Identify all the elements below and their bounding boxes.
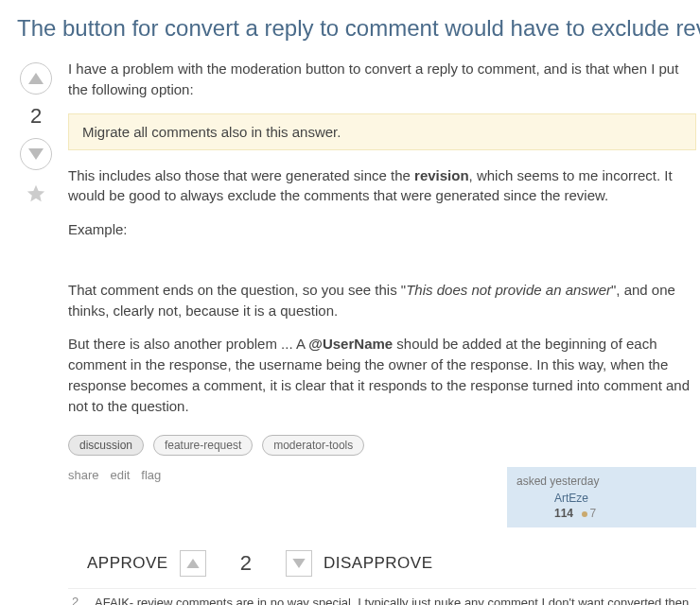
bronze-count: 7 xyxy=(589,507,596,520)
bold-text: revision xyxy=(414,167,469,183)
post-body: I have a problem with the moderation but… xyxy=(57,59,700,605)
triangle-up-icon xyxy=(186,559,200,568)
tag-moderator-tools[interactable]: moderator-tools xyxy=(262,435,364,456)
blockquote: Migrate all comments also in this answer… xyxy=(68,113,696,150)
tag-list: discussion feature-request moderator-too… xyxy=(68,435,696,456)
triangle-down-icon xyxy=(292,559,306,568)
paragraph: But there is also another problem ... A … xyxy=(68,334,696,416)
text: This includes also those that were gener… xyxy=(68,167,414,183)
disapprove-label: DISAPPROVE xyxy=(324,554,433,573)
tag-discussion[interactable]: discussion xyxy=(68,435,144,456)
asked-label: asked yesterday xyxy=(516,475,687,488)
suggested-edit-vote: APPROVE 2 DISAPPROVE xyxy=(68,550,696,577)
comment-body: AFAIK- review comments are in no way spe… xyxy=(95,595,696,605)
flag-link[interactable]: flag xyxy=(141,468,161,482)
upvote-button[interactable] xyxy=(20,62,52,95)
share-link[interactable]: share xyxy=(68,468,99,482)
vote-column: 2 xyxy=(15,59,57,605)
italic-text: This does not provide an answer xyxy=(406,282,611,298)
bronze-badge-icon xyxy=(582,511,587,517)
user-reputation: 114 7 xyxy=(554,507,687,520)
bold-text: @UserName xyxy=(308,336,393,352)
text: asked xyxy=(516,475,550,488)
text: But there is also another problem ... A xyxy=(68,336,308,352)
triangle-down-icon xyxy=(28,148,44,160)
comment-text: AFAIK- review comments are in no way spe… xyxy=(95,596,689,605)
comment-score: 2 xyxy=(68,595,95,605)
asked-time[interactable]: yesterday xyxy=(550,475,599,488)
tag-feature-request[interactable]: feature-request xyxy=(153,435,253,456)
user-card: asked yesterday ArtEze 114 7 xyxy=(507,467,696,527)
paragraph: This includes also those that were gener… xyxy=(68,165,696,207)
post-actions: share edit flag xyxy=(68,467,168,482)
text: That comment ends on the question, so yo… xyxy=(68,282,406,298)
comment: 2 AFAIK- review comments are in no way s… xyxy=(68,588,696,605)
paragraph: That comment ends on the question, so yo… xyxy=(68,280,696,321)
disapprove-button[interactable] xyxy=(286,550,312,577)
star-icon xyxy=(26,183,46,204)
favorite-button[interactable] xyxy=(26,183,46,207)
paragraph: Example: xyxy=(68,219,696,240)
vote-score: 2 xyxy=(30,104,42,129)
question-title[interactable]: The button for convert a reply to commen… xyxy=(0,0,700,59)
edit-link[interactable]: edit xyxy=(110,468,130,482)
approve-label: APPROVE xyxy=(87,554,168,573)
suggested-score: 2 xyxy=(240,551,252,576)
user-link[interactable]: ArtEze xyxy=(554,492,687,505)
paragraph: I have a problem with the moderation but… xyxy=(68,59,696,100)
approve-button[interactable] xyxy=(180,550,206,577)
triangle-up-icon xyxy=(28,73,44,84)
downvote-button[interactable] xyxy=(20,138,52,170)
rep-value: 114 xyxy=(554,507,573,520)
